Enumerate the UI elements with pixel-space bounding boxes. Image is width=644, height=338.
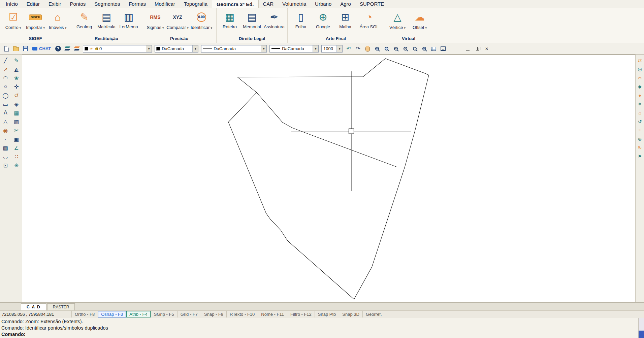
- menu-item-volumetria[interactable]: Volumetria: [278, 0, 311, 8]
- chevron-down-icon[interactable]: [162, 24, 164, 30]
- ribbon-item-confro[interactable]: ☑ Confro: [3, 10, 24, 31]
- table-tool[interactable]: ▦: [11, 108, 22, 117]
- chevron-down-icon[interactable]: [404, 24, 406, 30]
- table-zoom-button[interactable]: [429, 44, 438, 53]
- color-select[interactable]: DaCamada: [155, 45, 198, 53]
- chevron-down-icon[interactable]: [261, 45, 266, 52]
- ribbon-item-offset[interactable]: ☁ Offset: [409, 10, 430, 31]
- ribbon-item-assinatura[interactable]: ✒ Assinatura: [264, 10, 285, 30]
- zoom-extents-button[interactable]: [410, 44, 419, 53]
- redo-button[interactable]: [354, 44, 362, 53]
- zoom-realtime-button[interactable]: [373, 44, 381, 53]
- tab-cad[interactable]: C A D: [21, 303, 46, 310]
- minimize-window-button[interactable]: [463, 44, 472, 53]
- menu-item-geoincra[interactable]: GeoIncra 3ª Ed.: [212, 0, 259, 8]
- ribbon-item-lermemo[interactable]: ▥ LerMemo: [118, 10, 139, 30]
- ribbon-item-comparar[interactable]: XYZ Comparar: [167, 10, 188, 31]
- diamond-icon[interactable]: ◆: [636, 82, 644, 91]
- zoom-previous-button[interactable]: [420, 44, 428, 53]
- scale-select[interactable]: 1000: [321, 45, 343, 53]
- menu-item-inicio[interactable]: Início: [1, 0, 22, 8]
- polygon-tool[interactable]: △: [0, 117, 11, 126]
- rectangle-tool[interactable]: ▭: [0, 100, 11, 108]
- zoom-out-button[interactable]: [401, 44, 410, 53]
- menu-item-suporte[interactable]: SUPORTE: [355, 0, 388, 8]
- menu-item-formas[interactable]: Formas: [124, 0, 150, 8]
- ribbon-item-sigmas[interactable]: RMS Sigmas: [145, 10, 166, 31]
- ribbon-item-identificar[interactable]: 0.00 Identificar: [189, 10, 214, 31]
- menu-item-car[interactable]: CAR: [259, 0, 278, 8]
- tab-raster[interactable]: RASTER: [47, 303, 75, 310]
- erase-tool[interactable]: ◈: [11, 100, 22, 108]
- snap-toggle-sgrip[interactable]: SGrip - F5: [151, 311, 177, 317]
- chevron-down-icon[interactable]: [192, 45, 198, 52]
- arc-tool[interactable]: ◠: [0, 73, 11, 82]
- menu-item-topografia[interactable]: Topografia: [180, 0, 212, 8]
- layer-lock-icon[interactable]: [95, 48, 98, 50]
- ribbon-item-matricula[interactable]: ▤ Matrícula: [96, 10, 117, 30]
- chevron-down-icon[interactable]: [313, 45, 318, 52]
- ray-tool[interactable]: ↗: [0, 65, 11, 73]
- menu-item-urbano[interactable]: Urbano: [311, 0, 336, 8]
- snap-toggle-nome[interactable]: Nome - F11: [258, 311, 287, 317]
- mirror-tool[interactable]: ◭: [11, 65, 22, 73]
- globe-icon[interactable]: ⊕: [636, 135, 644, 143]
- target-icon[interactable]: ◎: [636, 65, 644, 73]
- pan-button[interactable]: [363, 44, 372, 53]
- snap-toggle-georref[interactable]: Georref.: [362, 311, 385, 317]
- donut-tool[interactable]: ◉: [0, 126, 11, 135]
- snap-toggle-ortho[interactable]: Ortho - F8: [71, 311, 98, 317]
- ribbon-item-memorial[interactable]: ▤ Memorial: [242, 10, 262, 30]
- scrollbar[interactable]: [638, 318, 644, 338]
- home-icon[interactable]: ⌂: [636, 108, 644, 117]
- snap-toggle-grid[interactable]: Grid - F7: [177, 311, 201, 317]
- snap-toggle-snap-3d[interactable]: Snap 3D: [339, 311, 362, 317]
- command-prompt[interactable]: Comando:: [1, 331, 643, 338]
- help-button[interactable]: [54, 44, 62, 53]
- wave-icon[interactable]: ≈: [636, 126, 644, 135]
- snap-toggle-snap-pto[interactable]: Snap Pto: [315, 311, 339, 317]
- scrollbar-thumb[interactable]: [639, 331, 644, 338]
- region-tool[interactable]: ▩: [0, 143, 11, 152]
- lineweight-select[interactable]: DaCamada: [269, 45, 319, 53]
- snap-toggle-atrib[interactable]: Atrib - F4: [126, 311, 150, 317]
- ribbon-item-importar[interactable]: SIGEF Importar: [25, 10, 46, 31]
- ribbon-item-malha[interactable]: ⊞ Malha: [335, 10, 356, 30]
- new-file-button[interactable]: [2, 44, 11, 53]
- chat-button[interactable]: CHAT: [30, 44, 53, 53]
- block-tool[interactable]: ▣: [11, 135, 22, 143]
- ribbon-item-roteiro[interactable]: ▦ Roteiro: [219, 10, 240, 30]
- snap-toggle-rtexto[interactable]: RTexto - F10: [226, 311, 258, 317]
- linetype-select[interactable]: DaCamada: [201, 45, 267, 53]
- menu-item-editar[interactable]: Editar: [22, 0, 44, 8]
- chamfer-tool[interactable]: ∠: [11, 143, 22, 152]
- menu-item-modificar[interactable]: Modificar: [150, 0, 180, 8]
- restore-window-button[interactable]: [473, 44, 482, 53]
- layer-on-icon[interactable]: [89, 47, 93, 51]
- text-tool[interactable]: A: [0, 108, 11, 117]
- ribbon-item-area-sgl[interactable]: ◔ Área SGL: [357, 10, 381, 30]
- chevron-down-icon[interactable]: [146, 45, 152, 52]
- layers-manager-button[interactable]: [63, 44, 72, 53]
- ribbon-item-geoimg[interactable]: ✎ GeoImg: [74, 10, 95, 30]
- menu-item-segmentos[interactable]: Segmentos: [90, 0, 124, 8]
- save-button[interactable]: [21, 44, 30, 53]
- swap-icon[interactable]: ⇄: [636, 56, 644, 65]
- star-icon[interactable]: ✶: [636, 100, 644, 108]
- ribbon-item-vertice[interactable]: △ Vértice: [387, 10, 408, 31]
- undo-icon[interactable]: ↺: [636, 117, 644, 126]
- open-file-button[interactable]: [11, 44, 20, 53]
- snap-toggle-filtro[interactable]: Filtro - F12: [287, 311, 315, 317]
- zoom-in-button[interactable]: [391, 44, 400, 53]
- circle-tool[interactable]: ○: [0, 82, 11, 91]
- layers-states-button[interactable]: [72, 44, 81, 53]
- fillet-tool[interactable]: ◡: [0, 152, 11, 161]
- explode-tool[interactable]: ✳: [11, 161, 22, 170]
- revision-cloud-tool[interactable]: ❀: [11, 73, 22, 82]
- menu-item-exibir[interactable]: Exibir: [44, 0, 66, 8]
- chevron-down-icon[interactable]: [211, 24, 212, 30]
- command-history[interactable]: Comando: Zoom: Extensão (Extents). Coman…: [0, 318, 644, 338]
- chevron-down-icon[interactable]: [65, 24, 67, 30]
- chevron-down-icon[interactable]: [20, 24, 21, 30]
- drawing-canvas[interactable]: [22, 55, 635, 302]
